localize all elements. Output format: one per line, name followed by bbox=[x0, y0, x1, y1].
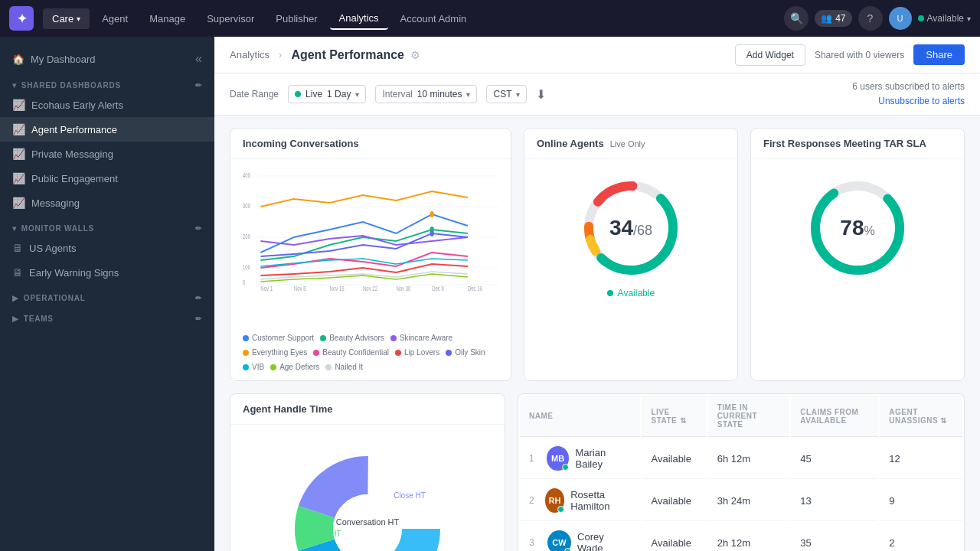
main-content: Analytics › Agent Performance ⚙ Add Widg… bbox=[214, 37, 980, 551]
agent-count-badge[interactable]: 👥 47 bbox=[815, 10, 851, 27]
shared-dashboards-section: ▾ SHARED DASHBOARDS ✏ bbox=[0, 72, 214, 93]
svg-text:100: 100 bbox=[243, 263, 250, 272]
agent-handle-time-widget: Agent Handle Time bbox=[230, 393, 505, 551]
page-header: Analytics › Agent Performance ⚙ Add Widg… bbox=[214, 37, 980, 73]
line-chart: 400 300 200 100 0 Nov 1 bbox=[230, 159, 511, 328]
operational-section: ▶ OPERATIONAL ✏ bbox=[0, 285, 214, 305]
share-button[interactable]: Share bbox=[913, 44, 965, 65]
live-toggle[interactable]: Live 1 Day ▾ bbox=[288, 85, 366, 103]
avatar: RH bbox=[545, 488, 564, 513]
monitor-icon: 🖥 bbox=[12, 266, 23, 279]
toolbar: Date Range Live 1 Day ▾ Interval 10 minu… bbox=[214, 73, 980, 116]
edit-teams-icon[interactable]: ✏ bbox=[195, 315, 202, 323]
col-live-state[interactable]: LIVE STATE ⇅ bbox=[642, 396, 706, 437]
breadcrumb-separator: › bbox=[279, 49, 282, 60]
status-indicator bbox=[557, 506, 564, 513]
svg-text:300: 300 bbox=[243, 202, 250, 210]
agent-name: Marian Bailey bbox=[575, 447, 631, 470]
svg-text:Nov 16: Nov 16 bbox=[330, 285, 345, 291]
sidebar-item-messaging[interactable]: 📈 Messaging bbox=[0, 191, 214, 215]
monitor-walls-section: ▾ MONITOR WALLS ✏ bbox=[0, 215, 214, 236]
widget-title: Incoming Conversations bbox=[230, 129, 511, 159]
interval-dropdown-icon: ▾ bbox=[466, 90, 470, 99]
svg-text:0: 0 bbox=[243, 279, 245, 287]
svg-text:Conversation HT: Conversation HT bbox=[336, 517, 400, 527]
sidebar-collapse-btn[interactable]: « bbox=[195, 52, 202, 66]
svg-text:Dec 16: Dec 16 bbox=[468, 285, 482, 291]
col-unassigns[interactable]: AGENT UNASSIGNS ⇅ bbox=[880, 396, 962, 437]
chart-icon: 📈 bbox=[12, 148, 25, 160]
col-claims[interactable]: CLAIMS FROM AVAILABLE bbox=[791, 396, 878, 437]
nav-care[interactable]: Care ▾ bbox=[43, 8, 90, 29]
add-widget-button[interactable]: Add Widget bbox=[735, 44, 805, 66]
date-range-label: Date Range bbox=[230, 89, 279, 99]
sidebar-item-ecohaus[interactable]: 📈 Ecohaus Early Alerts bbox=[0, 93, 214, 117]
teams-section: ▶ TEAMS ✏ bbox=[0, 305, 214, 326]
search-button[interactable]: 🔍 bbox=[784, 6, 808, 31]
table-row: 3 CW Corey Wade Available 2h 12m 35 2 bbox=[520, 523, 962, 551]
nav-manage[interactable]: Manage bbox=[140, 8, 194, 29]
svg-text:400: 400 bbox=[243, 171, 250, 180]
nav-account-admin[interactable]: Account Admin bbox=[391, 8, 476, 29]
first-responses-gauge: 78% bbox=[751, 159, 964, 297]
nav-supervisor[interactable]: Supervisor bbox=[198, 8, 263, 29]
nav-agent[interactable]: Agent bbox=[93, 8, 137, 29]
avatar: MB bbox=[547, 446, 570, 471]
alerts-info: 6 users subscribed to alerts Unsubscribe… bbox=[852, 80, 965, 109]
donut-chart: Conversation HT Response HT Close HT In … bbox=[230, 425, 505, 551]
incoming-conversations-widget: Incoming Conversations 400 300 200 100 0 bbox=[230, 128, 511, 381]
svg-text:Nov 1: Nov 1 bbox=[260, 285, 273, 291]
app-logo[interactable]: ✦ bbox=[9, 6, 34, 31]
nav-analytics[interactable]: Analytics bbox=[330, 8, 388, 30]
user-status[interactable]: Available ▾ bbox=[918, 13, 971, 24]
agent-list-widget: NAME LIVE STATE ⇅ TIME IN CURRENT STATE … bbox=[518, 393, 965, 551]
chart-legend: Customer Support Beauty Advisors Skincar… bbox=[230, 328, 511, 380]
interval-selector[interactable]: Interval 10 minutes ▾ bbox=[375, 85, 477, 103]
sidebar-item-agent-performance[interactable]: 📈 Agent Performance bbox=[0, 117, 214, 142]
timezone-dropdown-icon: ▾ bbox=[516, 90, 520, 99]
breadcrumb: Analytics bbox=[230, 49, 270, 60]
agent-table: NAME LIVE STATE ⇅ TIME IN CURRENT STATE … bbox=[518, 394, 964, 551]
table-row: 2 RH Rosetta Hamilton Available 3h 24m 1… bbox=[520, 481, 962, 521]
svg-text:Nov 30: Nov 30 bbox=[396, 285, 410, 291]
aht-title: Agent Handle Time bbox=[230, 394, 505, 425]
dashboard-grid: Incoming Conversations 400 300 200 100 0 bbox=[214, 116, 980, 551]
timezone-selector[interactable]: CST ▾ bbox=[486, 85, 527, 103]
svg-text:Close HT: Close HT bbox=[394, 491, 426, 500]
monitor-icon: 🖥 bbox=[12, 242, 23, 254]
edit-operational-icon[interactable]: ✏ bbox=[195, 294, 202, 302]
my-dashboard-link[interactable]: 🏠 My Dashboard bbox=[12, 54, 96, 65]
day-dropdown-icon: ▾ bbox=[355, 90, 359, 99]
top-navigation: ✦ Care ▾ Agent Manage Supervisor Publish… bbox=[0, 0, 980, 37]
available-label: Available bbox=[607, 288, 655, 298]
first-responses-title: First Responses Meeting TAR SLA bbox=[751, 129, 964, 159]
col-time-in-state[interactable]: TIME IN CURRENT STATE bbox=[708, 396, 790, 437]
settings-icon[interactable]: ⚙ bbox=[410, 49, 420, 61]
col-name[interactable]: NAME bbox=[520, 396, 640, 437]
agent-name: Corey Wade bbox=[577, 531, 631, 551]
svg-text:Nov 8: Nov 8 bbox=[294, 285, 306, 291]
chart-icon: 📈 bbox=[12, 123, 25, 135]
download-button[interactable]: ⬇ bbox=[536, 87, 546, 102]
nav-right-controls: 🔍 👥 47 ? U Available ▾ bbox=[784, 6, 971, 31]
sidebar-item-private-messaging[interactable]: 📈 Private Messaging bbox=[0, 142, 214, 166]
sidebar-item-public-engagement[interactable]: 📈 Public Engagement bbox=[0, 166, 214, 191]
page-title: Agent Performance bbox=[291, 48, 404, 62]
svg-text:Dec 8: Dec 8 bbox=[432, 285, 444, 291]
live-indicator bbox=[295, 91, 301, 97]
help-button[interactable]: ? bbox=[858, 6, 883, 31]
edit-shared-dashboards-icon[interactable]: ✏ bbox=[195, 81, 202, 90]
sidebar-item-us-agents[interactable]: 🖥 US Agents bbox=[0, 236, 214, 260]
chart-icon: 📈 bbox=[12, 197, 25, 209]
chart-icon: 📈 bbox=[12, 172, 25, 184]
nav-publisher[interactable]: Publisher bbox=[266, 8, 326, 29]
edit-monitor-walls-icon[interactable]: ✏ bbox=[195, 224, 202, 233]
sidebar-item-early-warning[interactable]: 🖥 Early Warning Signs bbox=[0, 260, 214, 285]
svg-text:Response HT: Response HT bbox=[294, 530, 341, 538]
svg-text:Nov 22: Nov 22 bbox=[363, 285, 377, 291]
sidebar: 🏠 My Dashboard « ▾ SHARED DASHBOARDS ✏ 📈… bbox=[0, 37, 214, 551]
user-avatar[interactable]: U bbox=[889, 7, 912, 30]
avatar: CW bbox=[547, 530, 571, 551]
unsubscribe-link[interactable]: Unsubscribe to alerts bbox=[878, 96, 965, 106]
online-agents-widget: Online Agents Live Only bbox=[524, 128, 738, 381]
